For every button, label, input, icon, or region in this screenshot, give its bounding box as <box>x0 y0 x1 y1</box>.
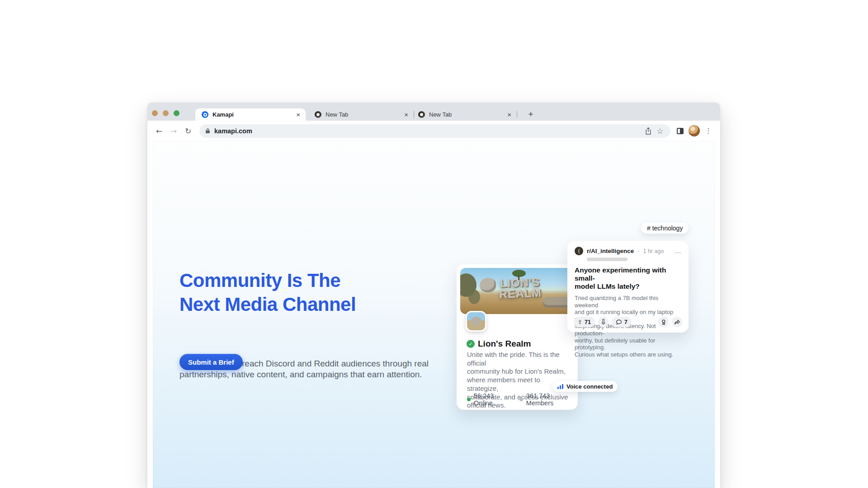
community-stats: 56,243 Online 361,743 Members <box>467 392 578 407</box>
online-count: 56,243 Online <box>474 392 514 407</box>
tab-title: Kamapi <box>212 111 296 118</box>
voice-connected-badge[interactable]: Voice connected <box>552 381 618 392</box>
kamapi-page: Community Is The Next Media Channel We h… <box>153 141 715 488</box>
window-close-button[interactable] <box>152 110 158 116</box>
voice-badge-label: Voice connected <box>566 383 613 390</box>
submit-brief-button[interactable]: Submit a Brief <box>179 354 243 370</box>
new-tab-button[interactable]: + <box>525 109 536 120</box>
community-banner-image: LION'S REALM <box>460 268 574 314</box>
upvote-button[interactable]: ⇧ 71 <box>574 317 595 327</box>
award-button[interactable] <box>658 317 669 327</box>
post-header: { r/AI_intelligence · 1 hr ago ... <box>575 247 681 255</box>
downvote-button[interactable]: ⇩ <box>598 317 609 327</box>
browser-toolbar: ← → ↻ kamapi.com ☆ ⋮ <box>147 121 720 141</box>
community-avatar <box>466 311 486 332</box>
online-dot-icon <box>467 398 471 401</box>
tab-close-icon[interactable]: × <box>507 111 511 118</box>
bookmark-star-icon[interactable]: ☆ <box>654 125 666 137</box>
post-title: Anyone experimenting with small- model L… <box>575 266 681 291</box>
browser-window: Kamapi × New Tab × New Tab × + ← → ↻ kam… <box>147 103 720 488</box>
post-timestamp: 1 hr ago <box>643 248 664 254</box>
tab-new-tab-1[interactable]: New Tab × <box>310 108 414 121</box>
downvote-icon[interactable]: ⇩ <box>600 318 606 326</box>
page-wrapper: Community Is The Next Media Channel We h… <box>147 141 720 488</box>
lock-icon <box>205 128 210 134</box>
upvote-icon[interactable]: ⇧ <box>578 319 582 325</box>
back-icon[interactable]: ← <box>153 125 165 137</box>
browser-menu-icon[interactable]: ⋮ <box>703 125 714 137</box>
chrome-logo-icon <box>418 111 425 118</box>
tab-kamapi[interactable]: Kamapi × <box>195 108 306 121</box>
comments-button[interactable]: 7 <box>612 317 632 327</box>
profile-avatar[interactable] <box>689 125 700 136</box>
flair-placeholder <box>587 258 627 261</box>
tab-new-tab-2[interactable]: New Tab × <box>414 108 517 121</box>
subreddit-avatar: { <box>575 247 583 255</box>
window-minimize-button[interactable] <box>163 110 169 116</box>
online-stat: 56,243 Online <box>467 392 514 407</box>
tab-close-icon[interactable]: × <box>296 111 300 118</box>
members-stat: 361,743 Members <box>519 392 578 407</box>
voice-bars-icon <box>557 384 563 389</box>
hero-title: Community Is The Next Media Channel <box>179 268 356 316</box>
post-card[interactable]: { r/AI_intelligence · 1 hr ago ... Anyon… <box>567 241 689 333</box>
tab-title: New Tab <box>429 111 507 118</box>
post-menu-icon[interactable]: ... <box>675 248 681 254</box>
tab-strip: Kamapi × New Tab × New Tab × + <box>147 103 720 121</box>
address-bar[interactable]: kamapi.com ☆ <box>199 124 670 138</box>
window-zoom-button[interactable] <box>174 110 179 116</box>
tab-close-icon[interactable]: × <box>404 111 408 118</box>
upvote-count: 71 <box>585 319 591 325</box>
tab-title: New Tab <box>326 111 404 118</box>
comment-icon <box>616 319 622 325</box>
members-dot-icon <box>519 398 523 401</box>
award-icon <box>661 319 666 325</box>
comment-count: 7 <box>624 319 627 325</box>
url-text: kamapi.com <box>214 127 642 135</box>
share-arrow-icon <box>674 319 680 325</box>
share-icon[interactable] <box>642 125 654 137</box>
share-post-button[interactable] <box>672 317 682 327</box>
chrome-logo-icon <box>315 111 321 118</box>
tab-separator <box>517 111 517 118</box>
post-meta-separator: · <box>637 248 639 254</box>
kamapi-favicon-icon <box>202 111 208 118</box>
members-count: 361,743 Members <box>526 392 578 407</box>
subreddit-name[interactable]: r/AI_intelligence <box>587 248 634 254</box>
forward-icon[interactable]: → <box>168 125 179 137</box>
reload-icon[interactable]: ↻ <box>182 125 194 137</box>
side-panel-icon[interactable] <box>674 125 686 137</box>
verified-badge-icon: ✓ <box>467 340 475 348</box>
post-actions: ⇧ 71 ⇩ 7 <box>574 317 682 327</box>
community-name: Lion's Realm <box>478 339 531 349</box>
banner-title-text: LION'S REALM <box>460 275 574 300</box>
topic-badge[interactable]: # technology <box>641 222 689 234</box>
